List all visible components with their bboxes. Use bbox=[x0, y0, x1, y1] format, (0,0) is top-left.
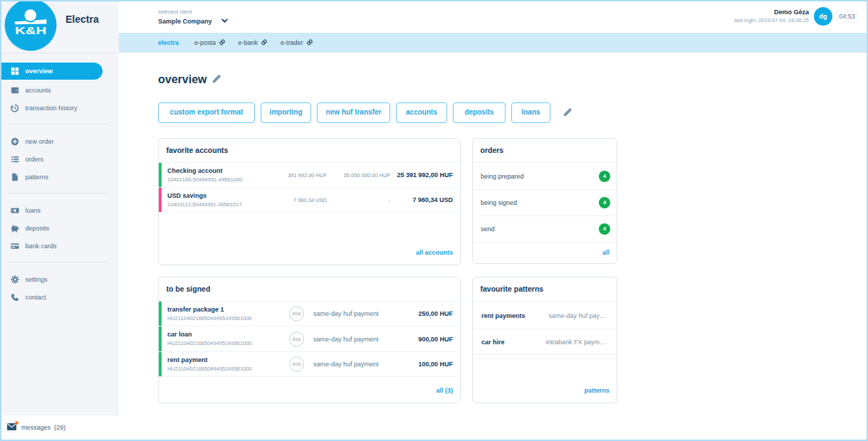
svg-text:K&H: K&H bbox=[15, 25, 47, 36]
